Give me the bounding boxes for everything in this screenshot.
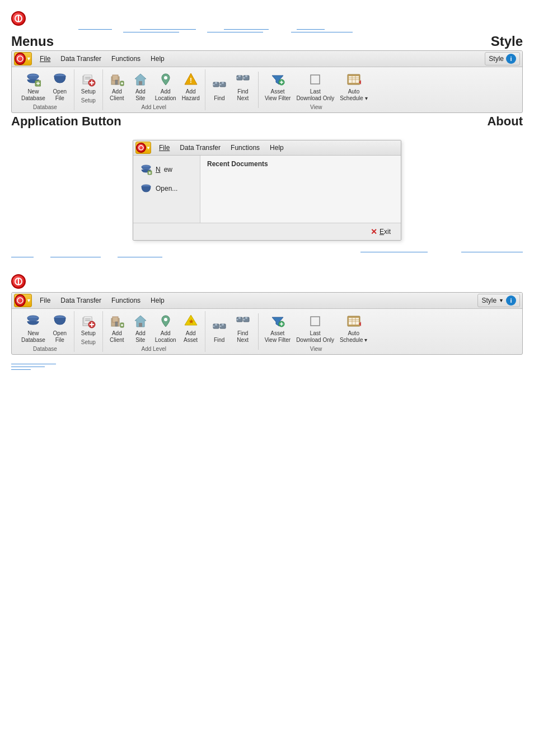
svg-point-31 bbox=[219, 84, 221, 86]
svg-point-34 bbox=[236, 77, 238, 79]
bottom-ann-line-1 bbox=[11, 364, 56, 364]
ribbon-app-button[interactable]: ▼ bbox=[14, 52, 32, 65]
exit-btn[interactable]: ✕ Exit bbox=[365, 226, 396, 238]
add-client-btn[interactable]: AddClient bbox=[106, 69, 128, 103]
open-file-btn[interactable]: OpenFile bbox=[49, 69, 71, 103]
svg-text:★: ★ bbox=[188, 318, 194, 325]
ribbon-2-add-site-label: AddSite bbox=[135, 330, 146, 344]
svg-point-88 bbox=[245, 317, 247, 319]
style-label: Style bbox=[491, 34, 523, 49]
last-download-btn[interactable]: LastDownload Only bbox=[294, 69, 336, 103]
add-hazard-btn[interactable]: ! AddHazard bbox=[180, 69, 202, 103]
ribbon-2-addlevel-items: AddClient AddSite bbox=[106, 311, 202, 345]
add-location-btn[interactable]: AddLocation bbox=[153, 69, 178, 103]
auto-schedule-btn[interactable]: AutoSchedule ▾ bbox=[338, 69, 369, 103]
ribbon-2-asset-view-filter-btn[interactable]: AssetView Filter bbox=[263, 311, 293, 345]
mid-ann-line-left2 bbox=[50, 257, 101, 257]
info-icon-2: i bbox=[506, 295, 516, 306]
ribbon-2-group-addlevel: AddClient AddSite bbox=[103, 311, 205, 352]
ribbon-2-menu-help[interactable]: Help bbox=[146, 295, 169, 306]
db-new-small-icon bbox=[140, 163, 152, 176]
file-menu-footer: ✕ Exit bbox=[133, 223, 401, 240]
ribbon-2-find-next-btn[interactable]: FindNext bbox=[232, 311, 254, 345]
file-new-item[interactable]: New bbox=[135, 160, 198, 179]
svg-point-86 bbox=[236, 319, 238, 321]
setup-icon bbox=[79, 71, 97, 88]
ribbon-2-add-asset-btn[interactable]: ★ AddAsset bbox=[180, 311, 202, 345]
ribbon-2-last-download-btn[interactable]: LastDownload Only bbox=[294, 311, 336, 345]
add-site-btn[interactable]: AddSite bbox=[130, 69, 151, 103]
find-next-btn[interactable]: FindNext bbox=[232, 69, 254, 103]
ribbon-2-setup-btn[interactable]: Setup bbox=[78, 311, 99, 338]
style-button[interactable]: Style i bbox=[485, 52, 520, 65]
app-logo-icon bbox=[11, 11, 26, 26]
ribbon-group-addlevel: AddClient AddSite bbox=[103, 69, 205, 110]
find-btn[interactable]: Find bbox=[209, 76, 230, 103]
ribbon-2-find-label: Find bbox=[214, 337, 224, 344]
auto-schedule-label: AutoSchedule ▾ bbox=[340, 88, 367, 102]
ribbon-2-menu-file[interactable]: File bbox=[35, 295, 55, 306]
file-menu-app-btn[interactable]: ▼ bbox=[135, 142, 151, 154]
ribbon-2-add-client-btn[interactable]: AddClient bbox=[106, 311, 128, 345]
ribbon-2-menu-datatransfer[interactable]: Data Transfer bbox=[56, 295, 106, 306]
ribbon-2-new-db-btn[interactable]: NewDatabase bbox=[20, 311, 47, 345]
ribbon-2-add-asset-label: AddAsset bbox=[184, 330, 198, 344]
svg-rect-74 bbox=[139, 323, 142, 327]
app-icon-2 bbox=[11, 274, 523, 289]
bottom-ann-line-3 bbox=[11, 369, 31, 370]
open-file-icon bbox=[51, 71, 69, 88]
ribbon-2-app-btn[interactable]: ▼ bbox=[14, 294, 32, 307]
annotation-line-1 bbox=[78, 29, 112, 30]
add-client-label: AddClient bbox=[110, 88, 124, 102]
svg-point-23 bbox=[164, 76, 167, 79]
add-hazard-icon: ! bbox=[182, 71, 200, 88]
svg-point-85 bbox=[238, 317, 241, 319]
ribbon-2-add-site-btn[interactable]: AddSite bbox=[130, 311, 151, 345]
annotation-line-7 bbox=[291, 32, 353, 32]
ribbon-2-view-label: View bbox=[310, 346, 322, 352]
new-database-icon bbox=[24, 71, 42, 88]
mid-ann-line-left3 bbox=[118, 257, 162, 257]
file-menu-datatransfer[interactable]: Data Transfer bbox=[175, 143, 225, 153]
toolbar-sep-1 bbox=[258, 72, 259, 108]
svg-point-75 bbox=[164, 318, 167, 321]
menu-functions[interactable]: Functions bbox=[107, 54, 145, 64]
file-menu-app-icon bbox=[136, 143, 146, 153]
addlevel-group-label: Add Level bbox=[142, 104, 166, 110]
ribbon-2-open-file-label: OpenFile bbox=[53, 330, 67, 344]
style-btn-2[interactable]: Style ▼ i bbox=[477, 294, 520, 307]
asset-view-filter-btn[interactable]: AssetView Filter bbox=[263, 69, 293, 103]
file-menu-functions[interactable]: Functions bbox=[226, 143, 264, 153]
ribbon-2-database-label: Database bbox=[33, 346, 57, 352]
ribbon-2-find-btn[interactable]: Find bbox=[209, 318, 230, 345]
setup-label: Setup bbox=[81, 88, 96, 95]
exit-label: Exit bbox=[380, 228, 391, 236]
setup-btn[interactable]: Setup bbox=[78, 69, 99, 96]
ribbon-2-group-view: AssetView Filter LastDownload Only bbox=[260, 311, 373, 352]
ribbon-2-add-client-icon bbox=[108, 312, 126, 330]
menu-file[interactable]: File bbox=[35, 54, 55, 64]
find-icon bbox=[210, 77, 228, 95]
svg-point-80 bbox=[213, 326, 214, 327]
new-database-btn[interactable]: NewDatabase bbox=[20, 69, 47, 103]
ribbon-2-menu-bar: ▼ File Data Transfer Functions Help Styl… bbox=[12, 293, 522, 309]
menu-help[interactable]: Help bbox=[146, 54, 169, 64]
ribbon-2-add-location-btn[interactable]: AddLocation bbox=[153, 311, 178, 345]
file-open-item[interactable]: Open... bbox=[135, 179, 198, 198]
ribbon-2-menu-functions[interactable]: Functions bbox=[107, 295, 145, 306]
ribbon-toolbar: NewDatabase OpenFile Database bbox=[12, 67, 522, 112]
ribbon-2-find-next-icon bbox=[234, 312, 252, 330]
file-menu-help[interactable]: Help bbox=[265, 143, 288, 153]
ribbon-2-auto-schedule-btn[interactable]: AutoSchedule ▾ bbox=[338, 311, 369, 345]
menu-data-transfer[interactable]: Data Transfer bbox=[56, 54, 106, 64]
ribbon-2-add-location-icon bbox=[157, 312, 175, 330]
file-menu-right-panel: Recent Documents bbox=[200, 156, 401, 223]
app-btn-icon bbox=[15, 53, 26, 65]
svg-rect-17 bbox=[115, 80, 118, 84]
annotation-lines-row bbox=[11, 29, 523, 30]
style-btn-2-label: Style bbox=[481, 297, 496, 304]
file-new-label: N bbox=[156, 166, 161, 173]
file-menu-file[interactable]: File bbox=[154, 143, 174, 153]
database-group-label: Database bbox=[33, 104, 57, 110]
ribbon-2-open-file-btn[interactable]: OpenFile bbox=[49, 311, 71, 345]
